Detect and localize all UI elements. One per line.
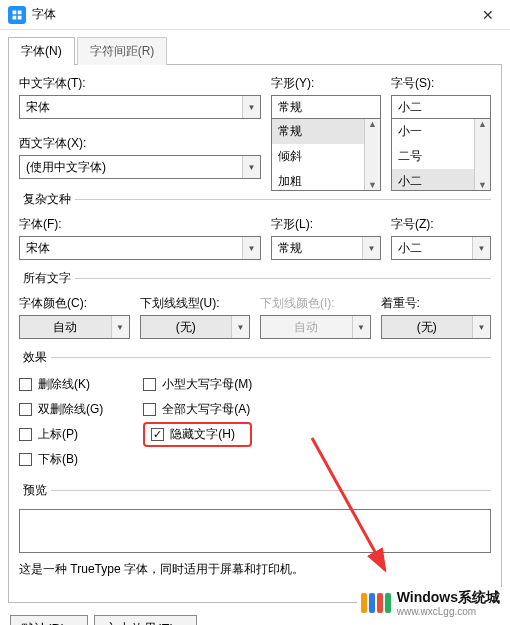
- list-item[interactable]: 小一: [392, 119, 474, 144]
- preview-box: [19, 509, 491, 553]
- list-item[interactable]: 小二: [392, 169, 474, 191]
- strikethrough-checkbox[interactable]: 删除线(K): [19, 376, 103, 393]
- tab-spacing[interactable]: 字符间距(R): [77, 37, 168, 65]
- watermark-url: www.wxcLgg.com: [397, 607, 500, 617]
- double-strike-checkbox[interactable]: 双删除线(G): [19, 401, 103, 418]
- chevron-down-icon: ▼: [231, 316, 249, 338]
- superscript-checkbox[interactable]: 上标(P): [19, 426, 103, 443]
- cn-font-combo[interactable]: 宋体 ▼: [19, 95, 261, 119]
- preview-group: 预览 这是一种 TrueType 字体，同时适用于屏幕和打印机。: [19, 482, 491, 584]
- hidden-highlight: 隐藏文字(H): [143, 422, 252, 447]
- scrollbar[interactable]: ▲▼: [474, 119, 490, 190]
- size-list[interactable]: 小一 二号 小二 ▲▼: [391, 119, 491, 191]
- complex-scripts-group: 复杂文种 字体(F): 宋体 ▼ 字形(L): 常规 ▼ 字号(Z): 小二: [19, 191, 491, 262]
- size-input[interactable]: 小二: [391, 95, 491, 119]
- font-panel: 中文字体(T): 宋体 ▼ 西文字体(X): (使用中文字体) ▼ 字形(Y):…: [8, 64, 502, 603]
- app-logo: [8, 6, 26, 24]
- chevron-down-icon: ▼: [242, 237, 260, 259]
- ul-color-combo: 自动 ▼: [260, 315, 371, 339]
- complex-style-label: 字形(L):: [271, 216, 381, 233]
- watermark-logo: [361, 593, 391, 613]
- tab-strip: 字体(N) 字符间距(R): [0, 30, 510, 64]
- chevron-down-icon: ▼: [362, 237, 380, 259]
- emphasis-label: 着重号:: [381, 295, 492, 312]
- allcaps-checkbox[interactable]: 全部大写字母(A): [143, 401, 252, 418]
- tab-font[interactable]: 字体(N): [8, 37, 75, 65]
- close-button[interactable]: ✕: [474, 5, 502, 25]
- list-item[interactable]: 加粗: [272, 169, 364, 191]
- effects-legend: 效果: [19, 349, 51, 366]
- subscript-checkbox[interactable]: 下标(B): [19, 451, 103, 468]
- cn-font-label: 中文字体(T):: [19, 75, 261, 92]
- complex-font-label: 字体(F):: [19, 216, 261, 233]
- font-color-combo[interactable]: 自动 ▼: [19, 315, 130, 339]
- text-effects-button[interactable]: 文本效果(E)...: [94, 615, 197, 625]
- watermark: Windows系统城 www.wxcLgg.com: [357, 587, 504, 619]
- scrollbar[interactable]: ▲▼: [364, 119, 380, 190]
- alltext-legend: 所有文字: [19, 270, 75, 287]
- watermark-title: Windows系统城: [397, 589, 500, 605]
- list-item[interactable]: 倾斜: [272, 144, 364, 169]
- complex-size-combo[interactable]: 小二 ▼: [391, 236, 491, 260]
- underline-label: 下划线线型(U):: [140, 295, 251, 312]
- preview-note: 这是一种 TrueType 字体，同时适用于屏幕和打印机。: [19, 561, 491, 578]
- style-input[interactable]: 常规: [271, 95, 381, 119]
- chevron-down-icon: ▼: [242, 96, 260, 118]
- effects-group: 效果 删除线(K) 双删除线(G) 上标(P) 下标(B) 小型大写字母(M) …: [19, 349, 491, 474]
- smallcaps-checkbox[interactable]: 小型大写字母(M): [143, 376, 252, 393]
- ul-color-label: 下划线颜色(I):: [260, 295, 371, 312]
- list-item[interactable]: 二号: [392, 144, 474, 169]
- west-font-combo[interactable]: (使用中文字体) ▼: [19, 155, 261, 179]
- emphasis-combo[interactable]: (无) ▼: [381, 315, 492, 339]
- complex-font-combo[interactable]: 宋体 ▼: [19, 236, 261, 260]
- hidden-text-checkbox[interactable]: 隐藏文字(H): [151, 426, 235, 443]
- chevron-down-icon: ▼: [472, 237, 490, 259]
- complex-size-label: 字号(Z):: [391, 216, 491, 233]
- chevron-down-icon: ▼: [352, 316, 370, 338]
- list-item[interactable]: 常规: [272, 119, 364, 144]
- style-list[interactable]: 常规 倾斜 加粗 ▲▼: [271, 119, 381, 191]
- all-text-group: 所有文字 字体颜色(C): 自动 ▼ 下划线线型(U): (无) ▼ 下划线颜色…: [19, 270, 491, 341]
- complex-style-combo[interactable]: 常规 ▼: [271, 236, 381, 260]
- title-bar: 字体 ✕: [0, 0, 510, 30]
- font-color-label: 字体颜色(C):: [19, 295, 130, 312]
- preview-legend: 预览: [19, 482, 51, 499]
- window-title: 字体: [32, 6, 56, 23]
- chevron-down-icon: ▼: [111, 316, 129, 338]
- size-label: 字号(S):: [391, 75, 491, 92]
- chevron-down-icon: ▼: [472, 316, 490, 338]
- chevron-down-icon: ▼: [242, 156, 260, 178]
- default-button[interactable]: 默认(D)...: [10, 615, 88, 625]
- west-font-label: 西文字体(X):: [19, 135, 261, 152]
- style-label: 字形(Y):: [271, 75, 381, 92]
- underline-combo[interactable]: (无) ▼: [140, 315, 251, 339]
- complex-legend: 复杂文种: [19, 191, 75, 208]
